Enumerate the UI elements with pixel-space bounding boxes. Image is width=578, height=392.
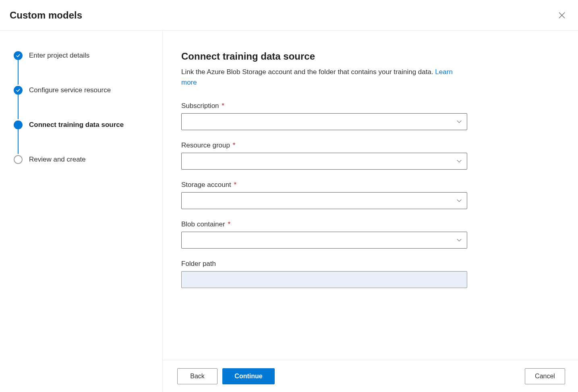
step-connector	[18, 94, 19, 119]
wizard-step-review-and-create[interactable]: Review and create	[14, 155, 153, 164]
chevron-down-icon	[456, 119, 462, 124]
subscription-dropdown[interactable]	[181, 113, 467, 130]
checkmark-icon	[14, 86, 23, 95]
form-description: Link the Azure Blob Storage account and …	[181, 67, 463, 87]
required-marker: *	[233, 141, 236, 149]
storage-account-dropdown[interactable]	[181, 192, 467, 209]
dialog-title: Custom models	[10, 10, 82, 21]
wizard-step-enter-project-details[interactable]: Enter project details	[14, 51, 153, 60]
folder-path-label: Folder path	[181, 260, 467, 268]
main-panel: Connect training data source Link the Az…	[163, 31, 578, 392]
field-label-text: Subscription	[181, 102, 219, 110]
blob-container-dropdown[interactable]	[181, 232, 467, 249]
chevron-down-icon	[456, 198, 462, 203]
step-connector	[18, 60, 19, 85]
wizard-step-label: Configure service resource	[29, 86, 111, 94]
subscription-label: Subscription *	[181, 102, 467, 110]
step-connector	[18, 129, 19, 154]
wizard-sidebar: Enter project details Configure service …	[0, 31, 163, 392]
chevron-down-icon	[456, 237, 462, 243]
wizard-step-configure-service-resource[interactable]: Configure service resource	[14, 85, 153, 95]
wizard-step-connect-training-data-source[interactable]: Connect training data source	[14, 120, 153, 130]
folder-path-input-wrap[interactable]	[181, 271, 467, 288]
wizard-step-label: Review and create	[29, 156, 86, 164]
dialog-footer: Back Continue Cancel	[163, 360, 578, 392]
field-label-text: Blob container	[181, 220, 225, 228]
required-marker: *	[228, 220, 230, 228]
field-label-text: Resource group	[181, 141, 230, 149]
field-label-text: Storage account	[181, 181, 231, 189]
wizard-step-label: Connect training data source	[29, 121, 124, 129]
resource-group-dropdown[interactable]	[181, 153, 467, 170]
current-step-icon	[14, 120, 23, 129]
form-title: Connect training data source	[181, 51, 559, 62]
storage-account-label: Storage account *	[181, 181, 467, 189]
dialog-header: Custom models	[0, 0, 578, 31]
required-marker: *	[222, 102, 224, 110]
back-button[interactable]: Back	[177, 368, 218, 384]
checkmark-icon	[14, 51, 23, 60]
field-label-text: Folder path	[181, 260, 216, 268]
wizard-step-label: Enter project details	[29, 52, 89, 60]
chevron-down-icon	[456, 158, 462, 164]
cancel-button[interactable]: Cancel	[525, 368, 565, 384]
resource-group-label: Resource group *	[181, 141, 467, 149]
form-description-text: Link the Azure Blob Storage account and …	[181, 68, 435, 76]
required-marker: *	[234, 181, 237, 189]
pending-step-icon	[14, 155, 23, 164]
blob-container-label: Blob container *	[181, 220, 467, 228]
close-icon	[559, 12, 565, 19]
folder-path-input[interactable]	[186, 272, 452, 288]
continue-button[interactable]: Continue	[222, 368, 275, 384]
close-button[interactable]	[555, 9, 568, 22]
